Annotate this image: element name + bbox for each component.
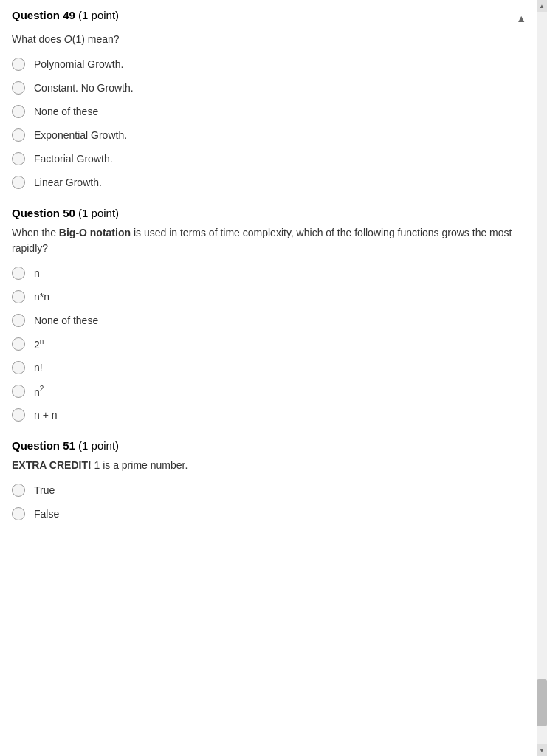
radio-q51-a[interactable] <box>12 484 25 497</box>
question-50-number: Question 50 <box>12 207 75 219</box>
question-51: Question 51 (1 point) EXTRA CREDIT! 1 is… <box>12 439 526 520</box>
question-50-header: Question 50 (1 point) <box>12 207 526 219</box>
list-item: n! <box>12 361 526 374</box>
radio-q50-e[interactable] <box>12 361 25 374</box>
question-49-options: Polynomial Growth. Constant. No Growth. … <box>12 58 526 189</box>
question-51-body: 1 is a prime number. <box>92 459 188 471</box>
option-label: Exponential Growth. <box>34 129 127 141</box>
radio-q49-b[interactable] <box>12 81 25 94</box>
option-label: n2 <box>34 385 44 398</box>
page-content: Question 49 (1 point) ▲ What does O(1) m… <box>0 0 547 547</box>
list-item: n <box>12 267 526 280</box>
question-49: Question 49 (1 point) ▲ What does O(1) m… <box>12 9 526 189</box>
scrollbar-arrow-up[interactable]: ▲ <box>537 0 547 12</box>
list-item: Constant. No Growth. <box>12 81 526 94</box>
question-49-header: Question 49 (1 point) <box>12 9 119 21</box>
option-label: None of these <box>34 315 98 326</box>
question-51-options: True False <box>12 484 526 520</box>
option-label: Linear Growth. <box>34 176 102 188</box>
collapse-button-q49[interactable]: ▲ <box>516 13 526 24</box>
radio-q49-e[interactable] <box>12 152 25 165</box>
option-label: n*n <box>34 291 49 303</box>
option-label: 2n <box>34 337 44 351</box>
option-label: True <box>34 484 55 496</box>
radio-q50-g[interactable] <box>12 408 25 422</box>
option-label: n + n <box>34 409 58 421</box>
question-51-points: (1 point) <box>78 439 119 452</box>
superscript-n: n <box>40 337 44 346</box>
question-49-points: (1 point) <box>78 9 119 21</box>
question-51-number: Question 51 <box>12 439 75 452</box>
option-label: Polynomial Growth. <box>34 58 123 70</box>
list-item: True <box>12 484 526 497</box>
radio-q49-a[interactable] <box>12 58 25 71</box>
big-o-bold: Big-O notation <box>59 227 131 238</box>
question-50-points: (1 point) <box>78 207 119 219</box>
list-item: 2n <box>12 337 526 351</box>
question-50-options: n n*n None of these 2n n! n2 <box>12 267 526 422</box>
radio-q51-b[interactable] <box>12 507 25 520</box>
radio-q49-d[interactable] <box>12 128 25 142</box>
list-item: Polynomial Growth. <box>12 58 526 71</box>
option-label: None of these <box>34 106 98 117</box>
list-item: None of these <box>12 314 526 327</box>
radio-q50-a[interactable] <box>12 267 25 280</box>
list-item: n2 <box>12 385 526 398</box>
list-item: Linear Growth. <box>12 176 526 189</box>
option-label: Factorial Growth. <box>34 153 113 165</box>
scrollbar-arrow-down[interactable]: ▼ <box>537 744 547 756</box>
list-item: False <box>12 507 526 520</box>
question-49-text: What does O(1) mean? <box>12 32 526 47</box>
list-item: n*n <box>12 290 526 303</box>
option-label: n <box>34 267 40 279</box>
radio-q50-d[interactable] <box>12 337 25 351</box>
list-item: n + n <box>12 408 526 422</box>
scrollbar: ▲ ▼ <box>537 0 547 756</box>
option-label: False <box>34 508 59 520</box>
question-51-header: Question 51 (1 point) <box>12 439 526 452</box>
scrollbar-thumb[interactable] <box>537 679 547 726</box>
option-label: Constant. No Growth. <box>34 82 134 94</box>
superscript-2: 2 <box>40 385 44 393</box>
extra-credit-label: EXTRA CREDIT! <box>12 459 92 471</box>
radio-q50-f[interactable] <box>12 385 25 398</box>
list-item: Factorial Growth. <box>12 152 526 165</box>
radio-q50-c[interactable] <box>12 314 25 327</box>
question-50-text: When the Big-O notation is used in terms… <box>12 225 526 256</box>
question-49-number: Question 49 <box>12 9 75 21</box>
option-label: n! <box>34 362 43 374</box>
list-item: Exponential Growth. <box>12 128 526 142</box>
radio-q49-f[interactable] <box>12 176 25 189</box>
radio-q49-c[interactable] <box>12 105 25 118</box>
question-50: Question 50 (1 point) When the Big-O not… <box>12 207 526 422</box>
radio-q50-b[interactable] <box>12 290 25 303</box>
question-51-text: EXTRA CREDIT! 1 is a prime number. <box>12 458 526 473</box>
list-item: None of these <box>12 105 526 118</box>
big-o-italic: O <box>64 33 72 45</box>
